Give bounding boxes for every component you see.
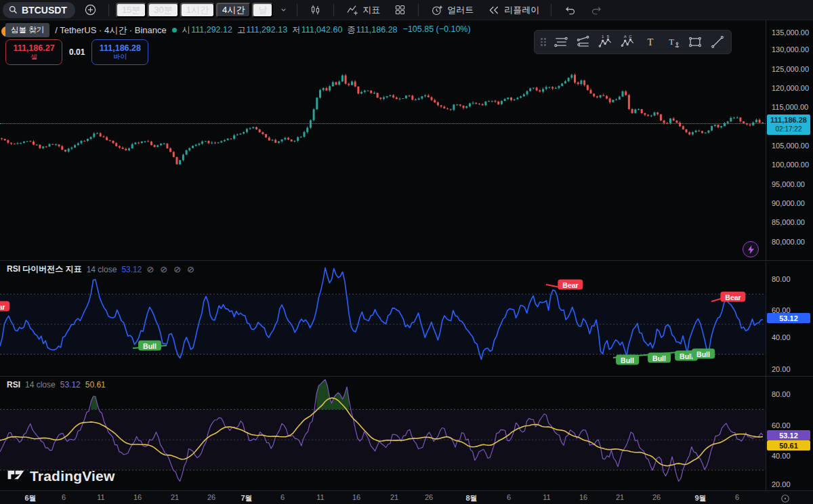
rsi-header: RSI 14 close 53.12 50.61 [7,380,106,390]
ohlc-label: 고 [237,25,246,35]
rsi-divergence-value: 53.12 [121,265,142,274]
axis-label: 105,000.00 [772,142,809,150]
axis-label: 80,000.00 [772,238,805,246]
elliott-wave-tool-button[interactable]: 15 [594,32,617,52]
ohlc-item: 고111,292.13 [237,24,287,36]
current-price-badge: 111,186.28 02:17:22 [767,114,810,135]
time-tick: 21 [616,493,624,501]
abc-pattern-icon: AC [620,34,636,50]
ohlc-item: 저111,042.60 [292,24,342,36]
anchored-text-tool-button[interactable]: T [661,32,684,52]
alert-button[interactable]: 얼러트 [425,2,478,18]
compare-add-button[interactable] [79,2,102,18]
svg-text:T: T [647,37,653,47]
candlestick-icon [309,3,322,16]
rsi-ma-value: 50.61 [85,380,106,390]
alert-clock-icon [430,3,444,17]
replay-label: 리플레이 [504,4,539,16]
interval-button-2[interactable]: 1시간 [180,3,215,18]
abc-pattern-tool-button[interactable]: AC [617,32,639,52]
svg-text:C: C [629,35,632,39]
trend-line-icon [709,34,726,50]
time-axis[interactable]: 6월6111621267월6111621268월6111621269월6 [0,491,813,504]
ohlc-value: 111,292.13 [246,25,287,35]
elliott-wave-icon: 15 [598,34,614,50]
lightning-button[interactable] [743,241,759,257]
interval-dropdown-button[interactable] [277,2,290,18]
parallel-lines-icon [553,34,569,50]
symbol-search-button[interactable]: BTCUSDT [3,2,75,18]
axis-label: 20.00 [772,365,791,373]
redo-button[interactable] [585,2,608,18]
hidden-values-icons: ⊘⊘⊘⊘ [146,264,201,274]
time-tick: 9월 [694,493,706,503]
rsi-divergence-params: 14 close [87,265,117,274]
axis-label: 20.00 [772,480,791,488]
buy-label: 바이 [113,53,127,61]
search-icon [8,5,18,15]
axis-label: 60.00 [772,421,791,429]
time-tick: 6 [507,493,511,501]
rsi-params: 14 close [25,380,56,390]
buy-button[interactable]: 111,186.28 바이 [91,39,148,65]
axis-label: 115,000.00 [772,103,808,111]
pane-divider[interactable] [0,376,813,377]
trend-line-tool-button[interactable] [706,32,728,52]
rsi-title[interactable]: RSI [7,380,20,390]
ohlc-item: 시111,292.12 [182,24,232,36]
parallel-lines-tool-button[interactable] [549,32,572,52]
axis-label: 130,000.00 [772,45,809,54]
text-icon: T [642,34,659,50]
symbol-search-tooltip: 심볼 찾기 [5,23,49,37]
time-tick: 6 [62,493,66,501]
interval-button-4[interactable]: 날 [252,3,273,18]
interval-button-3[interactable]: 4시간 [216,3,251,18]
drawing-toolbar: 15 AC T T [534,30,732,54]
interval-button-0[interactable]: 15분 [116,3,146,18]
sell-label: 셀 [30,53,37,61]
rectangle-tool-button[interactable] [684,32,706,52]
rsi-value: 53.12 [60,380,81,390]
axis-label: 90,000.00 [772,199,805,207]
axis-label: 40.00 [772,452,791,460]
sell-button[interactable]: 111,186.27 셀 [5,39,62,65]
indicators-icon [346,3,359,17]
price-axis[interactable]: 111,186.28 02:17:22 53.12 53.12 50.61 13… [766,20,813,490]
symbol-label: BTCUSDT [22,5,67,16]
toolbar-separator [297,4,297,16]
rsi-divergence-title[interactable]: RSI 다이버전스 지표 [7,264,82,275]
indicators-label: 지표 [362,4,380,16]
svg-text:T: T [669,37,674,47]
toolbar-separator [551,4,551,16]
time-tick: 6 [735,493,739,501]
pane-divider[interactable] [0,260,813,261]
trade-buttons-row: 111,186.27 셀 0.01 111,186.28 바이 [5,39,148,65]
interval-button-1[interactable]: 30분 [148,3,178,18]
ohlc-value: 111,292.12 [191,25,232,35]
chart-type-button[interactable] [304,2,327,18]
undo-button[interactable] [558,2,581,18]
current-price-line [0,123,766,124]
sell-price: 111,186.27 [13,43,54,53]
axis-label: 100,000.00 [772,161,809,169]
disjoint-channel-tool-button[interactable] [572,32,594,52]
time-tick: 26 [652,493,661,501]
ohlc-label: 종 [347,25,356,35]
axis-label: 120,000.00 [772,84,809,92]
drag-handle-icon[interactable] [541,38,546,46]
rsi-divergence-chart[interactable] [0,261,766,377]
time-tick: 16 [579,493,587,501]
axis-label: 125,000.00 [772,65,809,73]
time-tick: 11 [543,493,550,501]
text-tool-button[interactable]: T [639,32,661,52]
timezone-clock-icon[interactable] [780,494,790,504]
indicators-button[interactable]: 지표 [341,2,385,18]
svg-text:5: 5 [606,35,609,39]
symbol-description[interactable]: / TetherUS · 4시간 · Binance [55,24,167,37]
layout-grid-button[interactable] [389,2,411,18]
replay-button[interactable]: 리플레이 [482,2,544,18]
axis-label: 40.00 [772,333,791,341]
time-tick: 26 [425,493,433,501]
time-tick: 21 [390,493,398,501]
toolbar-separator [108,4,109,16]
